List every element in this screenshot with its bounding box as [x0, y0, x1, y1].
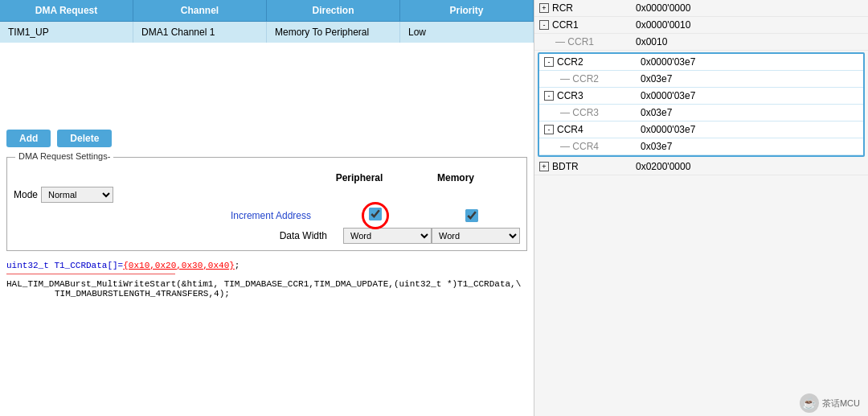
settings-header-row: Peripheral Memory — [14, 172, 520, 183]
data-width-selects: Word Byte Half Word Word Byte Half Word — [343, 228, 520, 244]
code-line3: TIM_DMABURSTLENGTH_4TRANSFERS,4); — [6, 289, 527, 299]
cell-dma-request: TIM1_UP — [0, 22, 133, 43]
reg-value-ccr4-parent: 0x0000'03e7 — [641, 124, 858, 135]
data-width-row: Data Width Word Byte Half Word Word Byte… — [14, 228, 520, 244]
reg-value-bdtr: 0x0200'0000 — [636, 161, 863, 172]
delete-button[interactable]: Delete — [57, 130, 112, 147]
dma-settings-box: DMA Request Settings- Peripheral Memory … — [6, 157, 527, 251]
register-table: + RCR 0x0000'0000 - CCR1 0x0000'0010 — C… — [534, 0, 868, 390]
reg-name-ccr3-child: — CCR3 — [544, 107, 641, 118]
button-row: Add Delete — [0, 123, 534, 154]
code-line1: uint32_t T1_CCRData[]={0x10,0x20,0x30,0x… — [6, 261, 527, 270]
reg-name-ccr2-child: — CCR2 — [544, 73, 641, 84]
expand-icon-rcr[interactable]: + — [539, 3, 549, 13]
reg-value-ccr2-child: 0x03e7 — [641, 73, 858, 84]
mode-label: Mode Normal Circular — [14, 187, 118, 203]
cell-channel: DMA1 Channel 1 — [133, 22, 267, 43]
reg-row-ccr4-child: — CCR4 0x03e7 — [539, 138, 863, 155]
reg-value-ccr1-child: 0x0010 — [636, 36, 863, 47]
code-suffix: ; — [235, 261, 240, 270]
dma-settings-title: DMA Request Settings- — [15, 151, 113, 161]
reg-row-bdtr: + BDTR 0x0200'0000 — [534, 159, 868, 175]
reg-row-ccr4-parent: - CCR4 0x0000'03e7 — [539, 122, 863, 138]
mode-row: Mode Normal Circular — [14, 187, 520, 203]
reg-row-ccr1-child: — CCR1 0x0010 — [534, 34, 868, 51]
reg-value-ccr3-parent: 0x0000'03e7 — [641, 90, 858, 101]
reg-name-ccr4-parent: - CCR4 — [544, 124, 641, 135]
reg-name-bdtr: + BDTR — [539, 161, 636, 172]
reg-row-ccr3-child: — CCR3 0x03e7 — [539, 105, 863, 122]
cell-priority: Low — [400, 22, 534, 43]
reg-name-ccr2-parent: - CCR2 — [544, 56, 641, 68]
increment-label: Increment Address — [118, 210, 327, 221]
reg-value-ccr1-parent: 0x0000'0010 — [636, 19, 863, 31]
reg-name-ccr1-parent: - CCR1 — [539, 19, 636, 31]
reg-value-ccr4-child: 0x03e7 — [641, 141, 858, 152]
main-container: DMA Request Channel Direction Priority T… — [0, 0, 868, 416]
col-priority: Priority — [400, 0, 534, 21]
data-width-memory-select[interactable]: Word Byte Half Word — [432, 228, 520, 244]
code-line2: HAL_TIM_DMABurst_MultiWriteStart(&htim1,… — [6, 279, 527, 289]
right-panel: + RCR 0x0000'0000 - CCR1 0x0000'0010 — C… — [534, 0, 868, 416]
reg-row-ccr2-child: — CCR2 0x03e7 — [539, 71, 863, 88]
memory-checkbox-cell — [424, 209, 520, 222]
footer: ☕ 茶话MCU — [534, 390, 868, 416]
expand-icon-ccr3[interactable]: - — [544, 91, 554, 101]
col-dma-request: DMA Request — [0, 0, 133, 21]
memory-header: Memory — [407, 172, 504, 183]
footer-logo: ☕ 茶话MCU — [800, 393, 860, 413]
col-direction: Direction — [267, 0, 400, 21]
code-prefix: uint32_t T1_CCRData[]= — [6, 261, 123, 270]
code-section: uint32_t T1_CCRData[]={0x10,0x20,0x30,0x… — [0, 254, 534, 302]
data-width-peripheral-select[interactable]: Word Byte Half Word — [343, 228, 432, 244]
mode-select[interactable]: Normal Circular — [41, 187, 113, 203]
footer-icon: ☕ — [800, 393, 819, 413]
underline-decoration — [6, 274, 175, 274]
memory-increment-checkbox[interactable] — [465, 209, 478, 222]
cell-direction: Memory To Peripheral — [267, 22, 400, 43]
table-row[interactable]: TIM1_UP DMA1 Channel 1 Memory To Periphe… — [0, 22, 534, 43]
reg-name-ccr1-child: — CCR1 — [539, 36, 636, 47]
code-values: {0x10,0x20,0x30,0x40} — [123, 261, 235, 270]
peripheral-increment-checkbox[interactable] — [369, 208, 382, 220]
peripheral-checkbox-wrapper — [369, 208, 382, 223]
reg-name-ccr4-child: — CCR4 — [544, 141, 641, 152]
settings-content: Peripheral Memory Mode Normal Circular — [14, 164, 520, 244]
data-width-label: Data Width — [118, 230, 343, 241]
expand-icon-bdtr[interactable]: + — [539, 162, 549, 171]
reg-value-ccr2-parent: 0x0000'03e7 — [641, 56, 858, 68]
increment-address-row: Increment Address — [14, 208, 520, 223]
reg-row-rcr: + RCR 0x0000'0000 — [534, 0, 868, 17]
col-channel: Channel — [133, 0, 267, 21]
reg-value-rcr: 0x0000'0000 — [636, 2, 863, 14]
reg-row-ccr1-parent: - CCR1 0x0000'0010 — [534, 17, 868, 34]
reg-value-ccr3-child: 0x03e7 — [641, 107, 858, 118]
left-panel: DMA Request Channel Direction Priority T… — [0, 0, 534, 416]
reg-name-rcr: + RCR — [539, 2, 636, 14]
reg-row-ccr2-parent: - CCR2 0x0000'03e7 — [539, 54, 863, 71]
peripheral-checkbox-cell — [327, 208, 424, 223]
footer-text: 茶话MCU — [822, 397, 860, 410]
expand-icon-ccr4[interactable]: - — [544, 125, 554, 134]
peripheral-header: Peripheral — [311, 172, 407, 183]
empty-table-area — [0, 43, 534, 123]
table-header: DMA Request Channel Direction Priority — [0, 0, 534, 22]
expand-icon-ccr1[interactable]: - — [539, 20, 549, 30]
reg-name-ccr3-parent: - CCR3 — [544, 90, 641, 101]
expand-icon-ccr2[interactable]: - — [544, 57, 554, 67]
add-button[interactable]: Add — [6, 130, 51, 147]
highlighted-registers-box: - CCR2 0x0000'03e7 — CCR2 0x03e7 - — [538, 52, 865, 157]
reg-row-ccr3-parent: - CCR3 0x0000'03e7 — [539, 88, 863, 105]
